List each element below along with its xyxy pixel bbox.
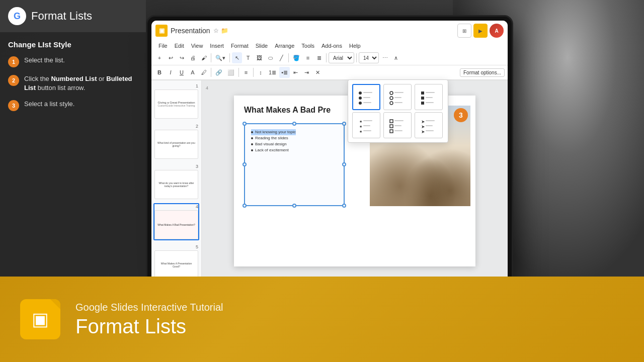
slide-content-box[interactable]: Not knowing your topic Reading the slide…	[244, 123, 345, 206]
banner-title: Format Lists	[75, 315, 223, 337]
bullet-style-dropdown: ★ ★ ★	[348, 79, 448, 143]
step-1-text: Select the list.	[24, 56, 65, 65]
sep-2	[229, 53, 230, 62]
slide-thumb-4[interactable]: 4 What Makes A Bad Presentation?	[153, 203, 199, 240]
step-2-text: Click the Numbered List or Bulleted List…	[24, 74, 138, 93]
list-item-4: Lack of excitement	[251, 147, 296, 153]
textbox-btn[interactable]: T	[243, 52, 253, 63]
zoom-btn[interactable]: 🔍▾	[213, 52, 227, 63]
bullet-option-star[interactable]: ★ ★ ★	[352, 112, 380, 138]
link-btn[interactable]: 🔗	[213, 67, 224, 78]
clear-format-btn[interactable]: ✕	[313, 67, 323, 78]
line-spacing-btn[interactable]: ↕	[256, 67, 266, 78]
svg-rect-14	[421, 97, 424, 100]
sep-3	[288, 53, 289, 62]
menu-arrange[interactable]: Arrange	[272, 42, 297, 50]
svg-text:➤: ➤	[421, 124, 425, 129]
handle-bl[interactable]	[243, 204, 247, 208]
underline-btn[interactable]: U	[177, 67, 187, 78]
handle-tr[interactable]	[342, 122, 346, 126]
menu-bar: File Edit View Insert Format Slide Arran…	[151, 41, 508, 51]
bullet-1	[251, 131, 253, 133]
svg-rect-23	[363, 130, 371, 131]
star-icon[interactable]: ☆	[213, 27, 219, 34]
indent-inc-btn[interactable]: ⇥	[302, 67, 312, 78]
slides-app-icon	[155, 25, 168, 37]
menu-insert[interactable]: Insert	[207, 42, 227, 50]
text-align-btn[interactable]: ≡	[241, 67, 251, 78]
svg-text:➤: ➤	[421, 129, 425, 134]
align-btn[interactable]: ≡	[303, 52, 313, 63]
banner-text: Google Slides Interactive Tutorial Forma…	[75, 302, 223, 337]
bullet-option-hollow-circle[interactable]	[383, 84, 412, 110]
paintformat-btn[interactable]: 🖌	[199, 52, 209, 63]
menu-format[interactable]: Format	[228, 42, 252, 50]
step-1: 1 Select the list.	[8, 56, 138, 67]
highlight-btn[interactable]: 🖊	[199, 67, 209, 78]
layout-btn[interactable]: ⊞	[457, 24, 471, 38]
italic-btn[interactable]: I	[166, 67, 176, 78]
title-right: ⊞ ▶ A	[457, 24, 504, 38]
menu-addons[interactable]: Add-ons	[318, 42, 345, 50]
folder-icon[interactable]: 📁	[221, 27, 228, 34]
svg-rect-27	[394, 125, 401, 126]
bulleted-list-btn[interactable]: •≣	[279, 67, 290, 78]
select-btn[interactable]: ↖	[232, 52, 242, 63]
image-btn[interactable]: 🖼	[254, 52, 264, 63]
handle-br[interactable]	[342, 204, 346, 208]
slide-thumb-3[interactable]: 3 What do you want to know after today's…	[153, 163, 199, 200]
slide-number-label: 4	[206, 85, 208, 90]
svg-point-0	[359, 92, 362, 95]
handle-mr[interactable]	[342, 162, 346, 166]
list-btn[interactable]: ≣	[314, 52, 324, 63]
menu-slide[interactable]: Slide	[253, 42, 271, 50]
svg-rect-31	[426, 120, 435, 121]
add-btn[interactable]: +	[154, 52, 165, 63]
bullet-option-arrow[interactable]: ➤ ➤ ➤	[415, 112, 443, 138]
undo-btn[interactable]: ↩	[166, 52, 176, 63]
font-size-select[interactable]: 14	[359, 52, 379, 63]
menu-view[interactable]: View	[188, 42, 206, 50]
font-select[interactable]: Arial	[329, 52, 354, 63]
menu-help[interactable]: Help	[346, 42, 364, 50]
step-circle-3: 3	[8, 100, 19, 111]
indent-dec-btn[interactable]: ⇤	[291, 67, 301, 78]
bullet-option-square[interactable]	[415, 84, 443, 110]
bold-btn[interactable]: B	[154, 67, 165, 78]
svg-rect-1	[363, 92, 372, 93]
sep-5	[356, 53, 357, 62]
handle-tm[interactable]	[292, 122, 296, 126]
list-item-1: Not knowing your topic	[251, 129, 296, 135]
svg-rect-26	[390, 125, 393, 128]
step-2: 2 Click the Numbered List or Bulleted Li…	[8, 74, 138, 93]
menu-file[interactable]: File	[155, 42, 171, 50]
svg-point-6	[390, 92, 393, 95]
font-color-btn[interactable]: A	[188, 67, 198, 78]
line-btn[interactable]: ╱	[276, 52, 286, 63]
shapes-btn[interactable]: ⬭	[265, 52, 275, 63]
format-options-btn[interactable]: Format options...	[460, 68, 505, 77]
menu-edit[interactable]: Edit	[172, 42, 187, 50]
image-inline-btn[interactable]: ⬜	[225, 67, 236, 78]
slide-thumb-2[interactable]: 2 What kind of presentation are you givi…	[153, 123, 199, 160]
user-avatar[interactable]: A	[490, 24, 504, 38]
collapse-btn[interactable]: ∧	[391, 52, 401, 63]
sidebar-content: Change LIst Style 1 Select the list. 2 C…	[0, 32, 146, 126]
handle-tl[interactable]	[243, 122, 247, 126]
more-btn[interactable]: ⋯	[380, 52, 390, 63]
g-logo-icon: G	[8, 7, 26, 25]
present-btn[interactable]: ▶	[473, 24, 488, 38]
bullet-option-hollow-square[interactable]	[383, 112, 412, 138]
handle-bm[interactable]	[292, 204, 296, 208]
print-btn[interactable]: 🖨	[188, 52, 198, 63]
menu-tools[interactable]: Tools	[298, 42, 317, 50]
bullet-option-filled-circle[interactable]	[352, 84, 380, 110]
redo-btn[interactable]: ↪	[177, 52, 187, 63]
color-fill-btn[interactable]: 🪣	[291, 52, 302, 63]
numbered-list-btn[interactable]: 1≣	[267, 67, 278, 78]
bullet-4	[251, 149, 253, 151]
slide-thumb-1[interactable]: 1 Giving a Great PresentationCustomGuide…	[153, 82, 199, 120]
sep-f1	[211, 68, 211, 77]
handle-ml[interactable]	[243, 162, 247, 166]
slide-thumb-5[interactable]: 5 What Makes A Presentation Good?	[153, 243, 199, 281]
